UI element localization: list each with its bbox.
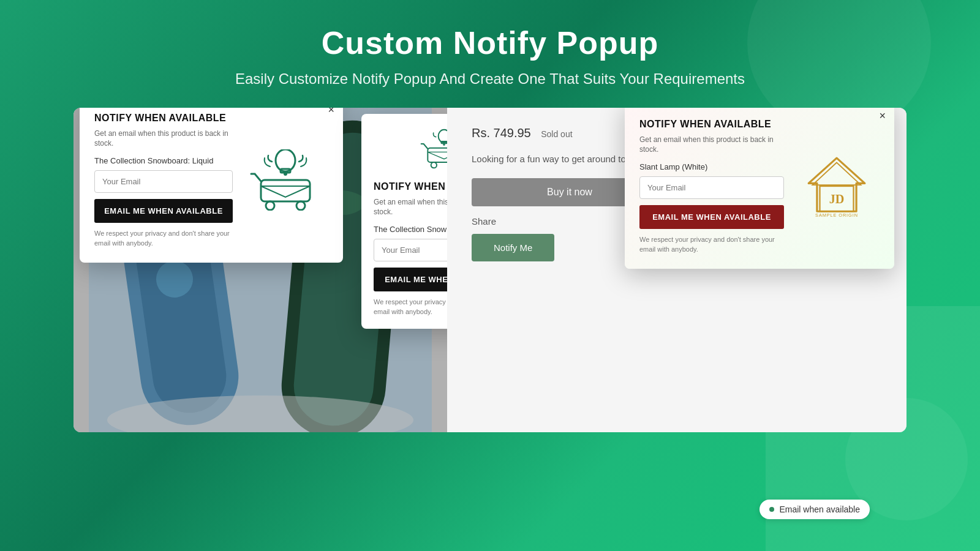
popup-2-product-name: The Collection Snowboard: Liquid [374,225,447,234]
svg-point-24 [443,143,445,145]
product-price: Rs. 749.95 [472,126,531,140]
popup-1-title: NOTIFY WHEN AVAILABLE [94,113,233,124]
popup-3-title: NOTIFY WHEN AVAILABLE [639,119,784,130]
popup-3-content: × NOTIFY WHEN AVAILABLE Get an email whe… [639,119,784,254]
product-image-area: × NOTIFY WHEN AVAILABLE Get an email whe… [74,108,447,432]
popup-2-cart-bell-icon [420,129,447,171]
svg-text:SAMPLE ORIGIN: SAMPLE ORIGIN [815,213,858,219]
popup-3-email-input[interactable] [639,176,784,199]
popup-1-icon-area [243,113,328,248]
popup-1-product-name: The Collection Snowboard: Liquid [94,156,233,165]
email-badge: Email when available [760,500,870,519]
popup-3-close-button[interactable]: × [879,110,886,121]
popup-1-content: × NOTIFY WHEN AVAILABLE Get an email whe… [94,113,233,248]
svg-rect-23 [441,141,447,143]
cart-bell-icon [249,149,322,211]
popup-1-submit-button[interactable]: Email me when available [94,199,233,223]
house-logo-icon: JD SAMPLE ORIGIN [803,152,870,220]
svg-point-17 [284,172,287,176]
popup-3-product-name: Slant Lamp (White) [639,162,784,171]
svg-text:JD: JD [829,192,845,206]
svg-point-20 [266,201,274,210]
popup-1-email-input[interactable] [94,170,233,193]
popup-2-email-input[interactable] [374,239,447,261]
svg-point-27 [431,162,437,168]
popup-2-icon-area [374,129,447,174]
product-info-area: Rs. 749.95 Sold out Looking for a fun wa… [447,108,907,432]
svg-point-21 [296,201,305,210]
popup-1: × NOTIFY WHEN AVAILABLE Get an email whe… [80,108,343,263]
popup-2-privacy-text: We respect your privacy and don't share … [374,298,447,317]
popup-3-privacy-text: We respect your privacy and don't share … [639,235,784,254]
popup-1-close-button[interactable]: × [328,108,334,115]
popup-2-title: NOTIFY WHEN AVAILABLE [374,181,447,192]
email-badge-label: Email when available [779,504,860,514]
popup-2: × NOTIFY WHEN AVAILABLE Get an emai [361,114,447,329]
popup-2-submit-button[interactable]: Email me when available [374,268,447,291]
notify-me-button[interactable]: Notify Me [472,234,554,261]
sold-out-badge: Sold out [541,129,572,139]
popup-2-subtitle: Get an email when this product is back i… [374,197,447,218]
popup-3-subtitle: Get an email when this product is back i… [639,135,784,156]
email-badge-dot [769,507,774,512]
popup-3-submit-button[interactable]: Email me when available [639,205,784,229]
popup-3: × NOTIFY WHEN AVAILABLE Get an email whe… [625,108,894,269]
popup-1-subtitle: Get an email when this product is back i… [94,129,233,149]
popup-1-privacy-text: We respect your privacy and don't share … [94,229,233,248]
svg-point-22 [439,129,447,142]
popup-3-logo-area: JD SAMPLE ORIGIN [794,119,880,254]
main-card: × NOTIFY WHEN AVAILABLE Get an email whe… [74,108,907,432]
